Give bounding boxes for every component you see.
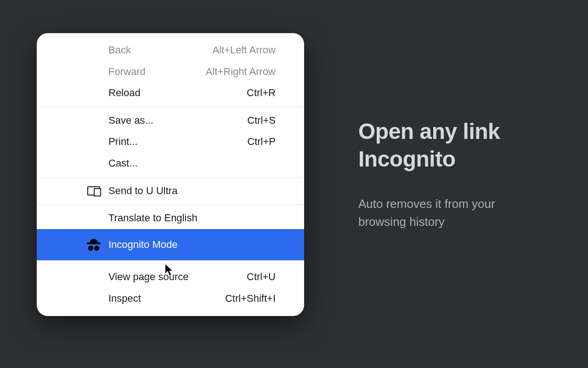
menu-shortcut: Alt+Left Arrow [212,44,276,57]
menu-separator [37,204,304,205]
promo-sub-line: browsing history [358,213,551,231]
menu-separator [37,107,304,107]
incognito-icon [86,239,101,251]
menu-label: Translate to English [108,212,198,225]
menu-item-translate[interactable]: Translate to English [37,207,304,229]
menu-shortcut: Alt+Right Arrow [206,65,276,79]
menu-shortcut: Ctrl+Shift+I [225,292,276,305]
menu-label: Print... [108,135,138,149]
menu-item-forward[interactable]: Forward Alt+Right Arrow [37,61,304,83]
menu-item-back[interactable]: Back Alt+Left Arrow [37,40,304,61]
menu-label: Send to U Ultra [108,184,177,198]
menu-label: Forward [108,65,146,79]
cursor-icon [164,263,175,277]
menu-label: Back [108,44,131,57]
menu-item-print[interactable]: Print... Ctrl+P [37,131,304,153]
menu-shortcut: Ctrl+P [247,135,276,149]
menu-label: Inspect [108,292,141,305]
promo-subtext: Auto removes it from your browsing histo… [358,195,551,231]
promo-headline-line: Incognito [358,145,551,173]
promo-sub-line: Auto removes it from your [358,195,551,213]
menu-separator [37,177,304,178]
menu-shortcut: Ctrl+U [247,270,276,284]
menu-item-send-to-device[interactable]: Send to U Ultra [37,180,304,202]
menu-shortcut: Ctrl+R [247,86,276,100]
devices-icon [86,185,101,197]
menu-label: Incognito Mode [108,238,177,252]
promo-headline: Open any link Incognito [358,118,551,173]
menu-item-save-as[interactable]: Save as... Ctrl+S [37,110,304,132]
menu-label: Cast... [108,157,138,170]
menu-item-incognito-mode[interactable]: Incognito Mode [37,229,304,261]
promo-panel: Open any link Incognito Auto removes it … [358,118,551,231]
menu-item-inspect[interactable]: Inspect Ctrl+Shift+I [37,288,304,310]
menu-item-cast[interactable]: Cast... [37,153,304,174]
menu-item-reload[interactable]: Reload Ctrl+R [37,82,304,104]
menu-label: Reload [108,86,141,100]
menu-label: View page source [108,270,189,284]
menu-label: Save as... [108,114,153,127]
menu-shortcut: Ctrl+S [247,114,276,127]
promo-headline-line: Open any link [358,118,551,145]
